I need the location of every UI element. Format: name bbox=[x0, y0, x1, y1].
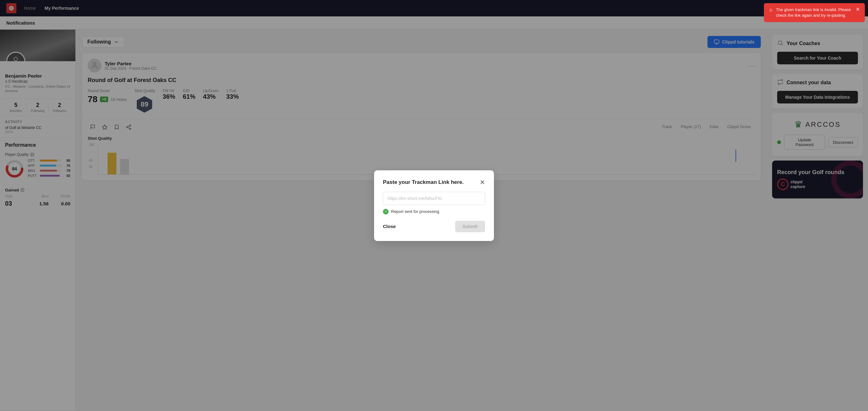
error-toast: ⚠ The given trackman link is invalid. Pl… bbox=[764, 3, 865, 22]
modal-close-btn[interactable]: ✕ bbox=[480, 179, 485, 186]
toast-close-btn[interactable]: ✕ bbox=[856, 7, 860, 12]
success-row: ✓ Report sent for processing bbox=[383, 209, 485, 215]
trackman-modal: Paste your Trackman Link here. ✕ ✓ Repor… bbox=[374, 170, 494, 241]
toast-message: The given trackman link is invalid. Plea… bbox=[776, 7, 852, 18]
success-check-icon: ✓ bbox=[383, 209, 389, 215]
modal-submit-btn[interactable]: Submit bbox=[455, 221, 485, 232]
success-text: Report sent for processing bbox=[391, 209, 439, 214]
modal-footer: Close Submit bbox=[383, 221, 485, 232]
warning-icon: ⚠ bbox=[769, 7, 773, 13]
modal-overlay[interactable]: Paste your Trackman Link here. ✕ ✓ Repor… bbox=[0, 0, 868, 411]
trackman-link-input[interactable] bbox=[383, 192, 485, 205]
modal-header: Paste your Trackman Link here. ✕ bbox=[383, 179, 485, 186]
modal-title: Paste your Trackman Link here. bbox=[383, 179, 464, 186]
modal-close-text-btn[interactable]: Close bbox=[383, 224, 396, 229]
